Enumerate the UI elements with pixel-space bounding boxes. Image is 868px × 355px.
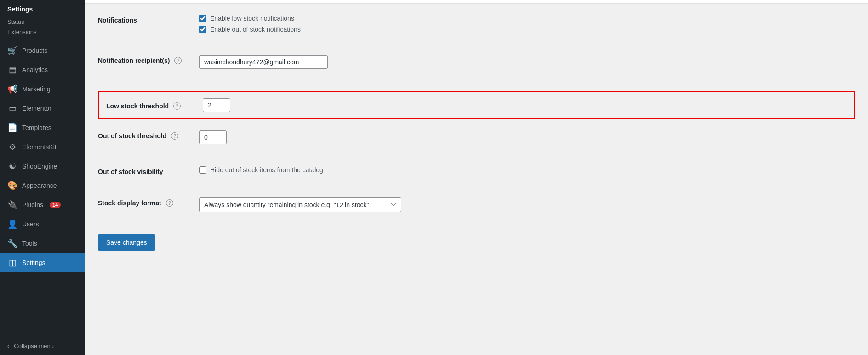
stock-display-format-row: Stock display format ? Always show quant… xyxy=(98,197,855,223)
sidebar-item-appearance[interactable]: 🎨 Appearance xyxy=(0,176,85,195)
save-changes-button[interactable]: Save changes xyxy=(98,234,155,251)
out-of-stock-notification-checkbox[interactable] xyxy=(199,26,206,33)
stock-display-help-icon[interactable]: ? xyxy=(166,199,173,207)
sidebar: Settings Status Extensions 🛒 Products ▤ … xyxy=(0,0,85,355)
out-of-stock-notification-label: Enable out of stock notifications xyxy=(210,26,301,33)
sidebar-sublink-status[interactable]: Status xyxy=(7,17,78,26)
out-of-stock-visibility-control-col: Hide out of stock items from the catalog xyxy=(199,166,855,174)
save-button-container: Save changes xyxy=(98,234,855,251)
tools-icon: 🔧 xyxy=(7,238,17,248)
sidebar-item-tools[interactable]: 🔧 Tools xyxy=(0,234,85,253)
stock-display-select[interactable]: Always show quantity remaining in stock … xyxy=(199,197,401,212)
sidebar-sublink-extensions[interactable]: Extensions xyxy=(7,28,78,36)
sidebar-item-settings[interactable]: ◫ Settings xyxy=(0,253,85,272)
templates-icon: 📄 xyxy=(7,123,17,133)
collapse-icon: ‹ xyxy=(7,343,9,349)
sidebar-item-marketing[interactable]: 📢 Marketing xyxy=(0,79,85,99)
sidebar-item-templates[interactable]: 📄 Templates xyxy=(0,118,85,137)
recipient-row: Notification recipient(s) ? xyxy=(98,55,855,80)
sidebar-item-plugins[interactable]: 🔌 Plugins 14 xyxy=(0,195,85,214)
out-of-stock-visibility-label-col: Out of stock visibility xyxy=(98,166,199,175)
low-stock-notification-row[interactable]: Enable low stock notifications xyxy=(199,15,855,22)
stock-display-control-col: Always show quantity remaining in stock … xyxy=(199,197,855,212)
top-bar xyxy=(85,0,868,4)
content-area: Notifications Enable low stock notificat… xyxy=(85,4,868,355)
notifications-label: Notifications xyxy=(98,17,199,24)
shopengine-icon: ☯ xyxy=(7,161,17,171)
out-of-stock-threshold-label-col: Out of stock threshold ? xyxy=(98,130,199,140)
low-stock-help-icon[interactable]: ? xyxy=(173,102,181,110)
out-of-stock-visibility-checkbox-row[interactable]: Hide out of stock items from the catalog xyxy=(199,166,855,174)
notifications-control-col: Enable low stock notifications Enable ou… xyxy=(199,15,855,33)
out-of-stock-threshold-control-col xyxy=(199,130,855,144)
notifications-label-col: Notifications xyxy=(98,15,199,24)
plugins-icon: 🔌 xyxy=(7,200,17,210)
stock-display-label-col: Stock display format ? xyxy=(98,197,199,207)
sidebar-header: Settings xyxy=(0,0,85,17)
low-stock-notification-checkbox[interactable] xyxy=(199,15,206,22)
out-of-stock-visibility-check-label: Hide out of stock items from the catalog xyxy=(210,166,323,174)
marketing-icon: 📢 xyxy=(7,84,17,94)
low-stock-control-col xyxy=(203,98,847,112)
out-of-stock-threshold-help-icon[interactable]: ? xyxy=(171,132,178,140)
recipient-label-col: Notification recipient(s) ? xyxy=(98,55,199,64)
plugins-badge: 14 xyxy=(50,202,61,208)
low-stock-notification-label: Enable low stock notifications xyxy=(210,15,294,22)
low-stock-label-col: Low stock threshold ? xyxy=(106,101,203,110)
recipient-label: Notification recipient(s) ? xyxy=(98,57,199,64)
low-stock-threshold-label: Low stock threshold ? xyxy=(106,102,203,110)
elementskit-icon: ⚙ xyxy=(7,142,17,152)
out-of-stock-threshold-row: Out of stock threshold ? xyxy=(98,130,855,155)
out-of-stock-threshold-input[interactable] xyxy=(199,130,227,144)
low-stock-threshold-highlighted-row: Low stock threshold ? xyxy=(98,91,855,119)
sidebar-item-products[interactable]: 🛒 Products xyxy=(0,41,85,60)
sidebar-item-elementor[interactable]: ▭ Elementor xyxy=(0,99,85,118)
recipient-control-col xyxy=(199,55,855,69)
sidebar-item-shopengine[interactable]: ☯ ShopEngine xyxy=(0,157,85,176)
sidebar-item-users[interactable]: 👤 Users xyxy=(0,214,85,234)
low-stock-threshold-input[interactable] xyxy=(203,98,230,112)
users-icon: 👤 xyxy=(7,219,17,229)
out-of-stock-visibility-row: Out of stock visibility Hide out of stoc… xyxy=(98,166,855,186)
sidebar-sublinks: Status Extensions xyxy=(0,17,85,41)
products-icon: 🛒 xyxy=(7,45,17,56)
out-of-stock-visibility-label: Out of stock visibility xyxy=(98,168,199,175)
sidebar-item-elementskit[interactable]: ⚙ ElementsKit xyxy=(0,137,85,157)
analytics-icon: ▤ xyxy=(7,65,17,75)
recipient-help-icon[interactable]: ? xyxy=(174,57,182,64)
settings-icon: ◫ xyxy=(7,258,17,268)
elementor-icon: ▭ xyxy=(7,103,17,113)
main-content: Notifications Enable low stock notificat… xyxy=(85,0,868,355)
notifications-row: Notifications Enable low stock notificat… xyxy=(98,15,855,44)
recipient-input[interactable] xyxy=(199,55,328,69)
out-of-stock-threshold-label: Out of stock threshold ? xyxy=(98,132,199,140)
appearance-icon: 🎨 xyxy=(7,180,17,191)
sidebar-item-analytics[interactable]: ▤ Analytics xyxy=(0,60,85,79)
collapse-menu-button[interactable]: ‹ Collapse menu xyxy=(0,337,85,355)
stock-display-label: Stock display format ? xyxy=(98,199,199,207)
out-of-stock-notification-row[interactable]: Enable out of stock notifications xyxy=(199,26,855,33)
out-of-stock-visibility-checkbox[interactable] xyxy=(199,166,206,174)
